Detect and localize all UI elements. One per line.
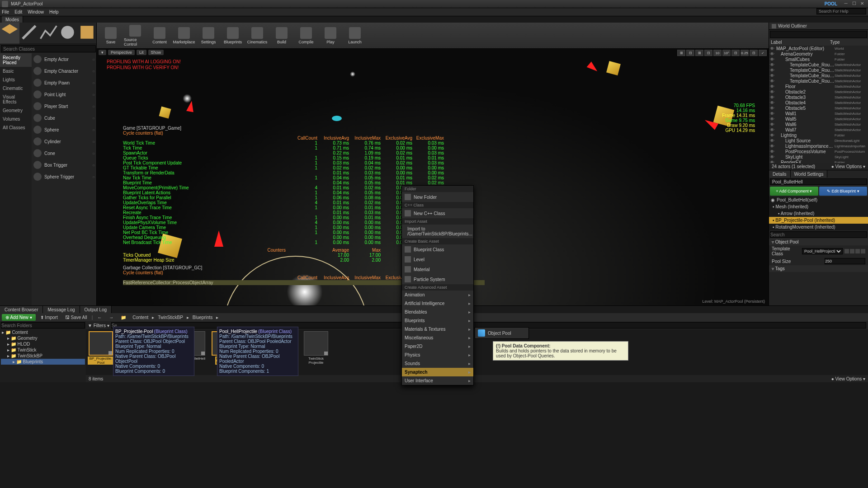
nav-back-button[interactable]: ← xyxy=(94,314,104,321)
outliner-row[interactable]: 👁Wall7StaticMeshActor xyxy=(769,127,868,132)
outliner-row[interactable]: 👁Light SourceDirectionalLight xyxy=(769,138,868,143)
outliner-row[interactable]: 👁Obstacle2StaticMeshActor xyxy=(769,89,868,94)
actor-cube[interactable]: Cube○ xyxy=(32,112,97,124)
vp-snap-7[interactable]: 0.25 xyxy=(741,50,749,56)
cat-recently-placed[interactable]: Recently Placed xyxy=(0,53,32,67)
world-outliner-tab[interactable]: World Outliner xyxy=(769,23,868,30)
pin-icon[interactable]: ○ xyxy=(92,139,95,144)
menu-file[interactable]: File xyxy=(2,9,9,14)
crumb-twinstickbp[interactable]: TwinStickBP xyxy=(156,315,185,320)
outliner-row[interactable]: 👁Wall6StaticMeshActor xyxy=(769,122,868,127)
outliner-search-input[interactable] xyxy=(770,31,867,38)
crumb-blueprints[interactable]: Blueprints xyxy=(191,315,214,320)
eye-icon[interactable]: 👁 xyxy=(770,84,774,89)
eye-icon[interactable]: 👁 xyxy=(770,57,774,62)
component-row[interactable]: ▪ RotatingMovement (Inherited) xyxy=(769,224,868,230)
outliner-row[interactable]: 👁PostProcessVolumePostProcessVolum xyxy=(769,149,868,154)
add-icon[interactable] xyxy=(855,249,860,253)
pin-icon[interactable]: ○ xyxy=(92,57,95,62)
actor-empty-actor[interactable]: Empty Actor○ xyxy=(32,53,97,65)
eye-icon[interactable]: 👁 xyxy=(770,138,774,143)
tree-row[interactable]: ▸ 📁 Blueprints xyxy=(1,359,85,365)
vp-snap-5[interactable]: 10° xyxy=(722,50,731,56)
vp-snap-8[interactable]: ⊡ xyxy=(750,50,758,56)
eye-icon[interactable]: 👁 xyxy=(770,68,774,73)
output-log-tab[interactable]: Output Log xyxy=(80,306,112,313)
add-component-button[interactable]: + Add Component ▾ xyxy=(770,187,818,196)
eye-icon[interactable]: 👁 xyxy=(770,89,774,94)
eye-icon[interactable]: 👁 xyxy=(770,111,774,116)
asset-item[interactable]: BP_Projectile-Pool xyxy=(88,331,114,373)
pool-size-input[interactable] xyxy=(825,258,865,264)
ctx-synaptech[interactable]: Synaptech▸ xyxy=(402,368,473,376)
eye-icon[interactable]: 👁 xyxy=(770,149,774,154)
place-mode-icon[interactable] xyxy=(0,23,19,44)
browse-icon[interactable] xyxy=(844,249,849,253)
scene-arrow[interactable] xyxy=(186,100,195,112)
ctx-physics[interactable]: Physics▸ xyxy=(402,351,473,359)
template-class-select[interactable]: Pool_HellProjectile xyxy=(802,248,843,254)
outliner-row[interactable]: 👁TemplateCube_Rounded_3StaticMeshActor xyxy=(769,62,868,67)
actor-sphere-trigger[interactable]: Sphere Trigger○ xyxy=(32,171,97,183)
actor-cone[interactable]: Cone○ xyxy=(32,147,97,159)
vp-snap-1[interactable]: ⊡ xyxy=(686,50,694,56)
eye-icon[interactable]: 👁 xyxy=(770,122,774,127)
world-settings-tab[interactable]: World Settings xyxy=(791,170,828,178)
vp-snap-6[interactable]: ⊡ xyxy=(731,50,740,56)
tool-settings[interactable]: Settings xyxy=(197,24,220,47)
eye-icon[interactable]: 👁 xyxy=(770,95,774,100)
eye-icon[interactable]: 👁 xyxy=(770,73,774,78)
tool-compile[interactable]: Compile xyxy=(295,24,317,47)
eye-icon[interactable]: 👁 xyxy=(770,106,774,111)
ctx-new-folder[interactable]: New Folder xyxy=(402,192,473,202)
cat-basic[interactable]: Basic xyxy=(0,67,32,75)
crumb-content[interactable]: Content xyxy=(131,315,150,320)
outliner-row[interactable]: 👁FloorStaticMeshActor xyxy=(769,84,868,89)
scene-projectile[interactable] xyxy=(332,116,342,121)
actor-name-field[interactable]: Pool_BulletHell xyxy=(770,178,867,185)
outliner-row[interactable]: 👁MAP_ActorPool (Editor)World xyxy=(769,46,868,51)
filters-button[interactable]: ▼ Filters ▾ xyxy=(88,323,109,328)
eye-icon[interactable]: 👁 xyxy=(770,52,774,56)
ctx-user-interface[interactable]: User Interface▸ xyxy=(402,376,473,385)
component-row[interactable]: ▪ Arrow (Inherited) xyxy=(769,210,868,217)
modes-tab[interactable]: Modes xyxy=(2,16,23,23)
tool-blueprints[interactable]: Blueprints xyxy=(222,24,244,47)
ctx-blueprints[interactable]: Blueprints▸ xyxy=(402,316,473,325)
ctx-import-to[interactable]: Import to /Game/TwinStickBP/Blueprints..… xyxy=(402,225,473,238)
eye-icon[interactable]: 👁 xyxy=(770,160,774,164)
vp-snap-3[interactable]: ⊡ xyxy=(704,50,712,56)
outliner-row[interactable]: 👁TemplateCube_Rounded_6StaticMeshActor xyxy=(769,78,868,84)
eye-icon[interactable]: 👁 xyxy=(770,127,774,132)
tree-row[interactable]: ▸ 📁 Content xyxy=(1,329,85,335)
tool-content[interactable]: Content xyxy=(148,24,171,47)
scene-cube[interactable] xyxy=(159,107,171,119)
outliner-view-options[interactable]: ● View Options ▾ xyxy=(831,164,865,169)
outliner-row[interactable]: 👁TemplateCube_Rounded_5StaticMeshActor xyxy=(769,73,868,78)
maximize-button[interactable]: ☐ xyxy=(850,1,858,7)
search-classes-input[interactable] xyxy=(1,45,96,52)
cat-geometry[interactable]: Geometry xyxy=(0,106,32,115)
eye-icon[interactable]: 👁 xyxy=(770,155,774,160)
cat-lights[interactable]: Lights xyxy=(0,75,32,84)
scene-arrow[interactable] xyxy=(587,61,600,74)
tool-source-control[interactable]: Source Control xyxy=(124,24,146,47)
outliner-row[interactable]: 👁ArenaGeometryFolder xyxy=(769,51,868,56)
details-tab[interactable]: Details xyxy=(769,170,791,178)
content-browser-tab[interactable]: Content Browser xyxy=(0,306,43,313)
close-button[interactable]: ✕ xyxy=(858,1,866,7)
paint-mode-icon[interactable] xyxy=(19,23,39,44)
outliner-row[interactable]: 👁SkyLightSkyLight xyxy=(769,154,868,160)
section-object-pool[interactable]: ▿ Object Pool xyxy=(769,239,868,245)
ctx-sounds[interactable]: Sounds▸ xyxy=(402,359,473,368)
ctx-material[interactable]: Material xyxy=(402,264,473,274)
tool-marketplace[interactable]: Marketplace xyxy=(173,24,195,47)
eye-icon[interactable]: 👁 xyxy=(770,133,774,138)
ctx-particle-system[interactable]: Particle System xyxy=(402,274,473,284)
reset-icon[interactable] xyxy=(861,249,865,253)
actor-sphere[interactable]: Sphere○ xyxy=(32,124,97,136)
cb-view-options[interactable]: ● View Options ▾ xyxy=(831,376,865,381)
outliner-row[interactable]: 👁TemplateCube_Rounded_4StaticMeshActor xyxy=(769,67,868,73)
actor-box-trigger[interactable]: Box Trigger○ xyxy=(32,159,97,171)
scene-cube[interactable] xyxy=(606,61,621,75)
